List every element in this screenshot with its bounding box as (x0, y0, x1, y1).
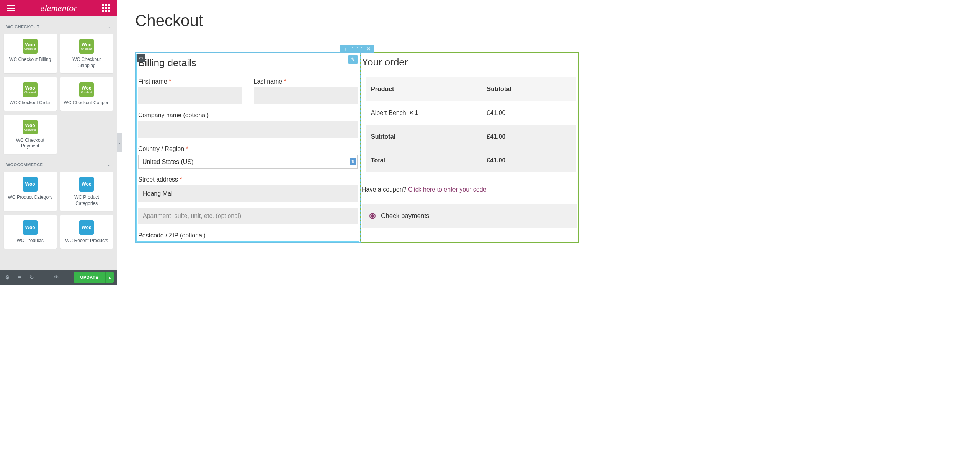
total-row: Total £41.00 (366, 149, 576, 172)
item-qty: × 1 (410, 110, 418, 116)
widget-wc-products[interactable]: Woo WC Products (4, 215, 57, 249)
responsive-icon[interactable]: 🖵 (40, 274, 48, 280)
company-label: Company name (optional) (138, 112, 358, 119)
total-label: Total (366, 149, 481, 172)
widget-label: WC Product Categories (64, 195, 110, 206)
panel-header: elementor (0, 0, 117, 16)
woo-checkout-icon: WooCheckout (23, 120, 38, 134)
country-select[interactable]: United States (US) (138, 155, 358, 169)
category-woocommerce[interactable]: WOOCOMMERCE ⌄ (4, 158, 113, 172)
page-title: Checkout (135, 11, 579, 30)
subtotal-row: Subtotal £41.00 (366, 125, 576, 149)
widget-label: WC Recent Products (64, 238, 110, 244)
preview-area: Checkout ＋ ⋮⋮⋮ ✕ ▭ ✎ Billing details (117, 0, 597, 285)
section-controls: ＋ ⋮⋮⋮ ✕ (340, 45, 374, 53)
section-close-icon[interactable]: ✕ (363, 45, 374, 53)
order-heading: Your order (361, 56, 578, 68)
menu-icon[interactable] (7, 5, 15, 11)
woo-icon: Woo (79, 220, 94, 235)
widget-label: WC Product Category (7, 195, 54, 201)
last-name-label: Last name * (254, 78, 358, 85)
woo-checkout-icon: WooCheckout (79, 82, 94, 97)
widget-wc-checkout-billing[interactable]: WooCheckout WC Checkout Billing (4, 34, 57, 73)
street-label: Street address * (138, 176, 358, 183)
divider (135, 37, 579, 37)
widget-wc-checkout-shipping[interactable]: WooCheckout WC Checkout Shipping (60, 34, 113, 73)
gear-icon[interactable]: ⚙ (3, 274, 11, 280)
widget-wc-product-categories[interactable]: Woo WC Product Categories (60, 172, 113, 211)
collapse-handle-icon[interactable]: ‹ (117, 133, 122, 152)
woo-checkout-icon: WooCheckout (79, 39, 94, 54)
section-add-icon[interactable]: ＋ (340, 45, 351, 53)
widget-wc-checkout-order[interactable]: WooCheckout WC Checkout Order (4, 77, 57, 111)
navigator-icon[interactable]: ≡ (15, 274, 24, 280)
widget-label: WC Checkout Order (7, 100, 54, 106)
widget-label: WC Checkout Shipping (64, 57, 110, 69)
item-name: Albert Bench (371, 110, 406, 116)
street-address-2-input[interactable] (138, 208, 358, 224)
section[interactable]: ▭ ✎ Billing details First name * Last na… (135, 52, 579, 243)
th-subtotal: Subtotal (481, 77, 576, 101)
country-label: Country / Region * (138, 146, 358, 152)
total-value: £41.00 (481, 149, 576, 172)
widget-label: WC Products (7, 238, 54, 244)
woo-icon: Woo (23, 177, 38, 192)
widget-wc-checkout-payment[interactable]: WooCheckout WC Checkout Payment (4, 115, 57, 154)
first-name-label: First name * (138, 78, 242, 85)
payment-method[interactable]: Check payments (362, 204, 577, 228)
street-address-input[interactable] (138, 185, 358, 202)
woo-checkout-icon: WooCheckout (23, 39, 38, 54)
first-name-input[interactable] (138, 87, 242, 104)
chevron-down-icon: ⌄ (107, 24, 111, 29)
category-wc-checkout[interactable]: WC CHECKOUT ⌄ (4, 20, 113, 34)
th-product: Product (366, 77, 481, 101)
billing-heading: Billing details (137, 57, 359, 69)
coupon-line: Have a coupon? Click here to enter your … (362, 186, 578, 193)
company-input[interactable] (138, 121, 358, 138)
preview-icon[interactable]: 👁 (52, 274, 60, 280)
billing-widget[interactable]: Billing details First name * Last name * (136, 54, 359, 242)
widget-label: WC Checkout Coupon (64, 100, 110, 106)
widget-wc-product-category[interactable]: Woo WC Product Category (4, 172, 57, 211)
column-order[interactable]: Your order Product Subtotal Albert Bench… (360, 52, 579, 243)
payment-label: Check payments (381, 212, 430, 220)
woo-icon: Woo (23, 220, 38, 235)
category-title: WOOCOMMERCE (6, 162, 43, 167)
coupon-question: Have a coupon? (362, 186, 408, 193)
radio-checked-icon[interactable] (369, 213, 376, 219)
panel-body: WC CHECKOUT ⌄ WooCheckout WC Checkout Bi… (0, 16, 117, 270)
woo-checkout-icon: WooCheckout (23, 82, 38, 97)
last-name-input[interactable] (254, 87, 358, 104)
item-price: £41.00 (481, 101, 576, 125)
column-billing[interactable]: ▭ ✎ Billing details First name * Last na… (135, 52, 361, 243)
woo-icon: Woo (79, 177, 94, 192)
widget-wc-recent-products[interactable]: Woo WC Recent Products (60, 215, 113, 249)
section-drag-icon[interactable]: ⋮⋮⋮ (351, 45, 363, 53)
chevron-down-icon: ⌄ (107, 162, 111, 167)
subtotal-label: Subtotal (366, 125, 481, 149)
column-handle-icon[interactable]: ▭ (137, 54, 145, 62)
logo: elementor (41, 3, 77, 13)
panel-footer: ⚙ ≡ ↻ 🖵 👁 UPDATE ▴ (0, 270, 117, 285)
postcode-label: Postcode / ZIP (optional) (138, 232, 358, 239)
category-title: WC CHECKOUT (6, 25, 39, 29)
apps-grid-icon[interactable] (102, 4, 110, 12)
widget-label: WC Checkout Payment (7, 138, 54, 149)
update-caret-button[interactable]: ▴ (105, 272, 114, 283)
table-row: Albert Bench × 1 £41.00 (366, 101, 576, 125)
history-icon[interactable]: ↻ (28, 274, 36, 280)
edit-widget-icon[interactable]: ✎ (348, 55, 358, 64)
widget-label: WC Checkout Billing (7, 57, 54, 63)
subtotal-value: £41.00 (481, 125, 576, 149)
widget-wc-checkout-coupon[interactable]: WooCheckout WC Checkout Coupon (60, 77, 113, 111)
elementor-panel: elementor WC CHECKOUT ⌄ WooCheckout WC C… (0, 0, 117, 285)
order-table: Product Subtotal Albert Bench × 1 £41.00… (366, 77, 576, 172)
coupon-link[interactable]: Click here to enter your code (408, 186, 487, 193)
update-button[interactable]: UPDATE (74, 272, 105, 283)
